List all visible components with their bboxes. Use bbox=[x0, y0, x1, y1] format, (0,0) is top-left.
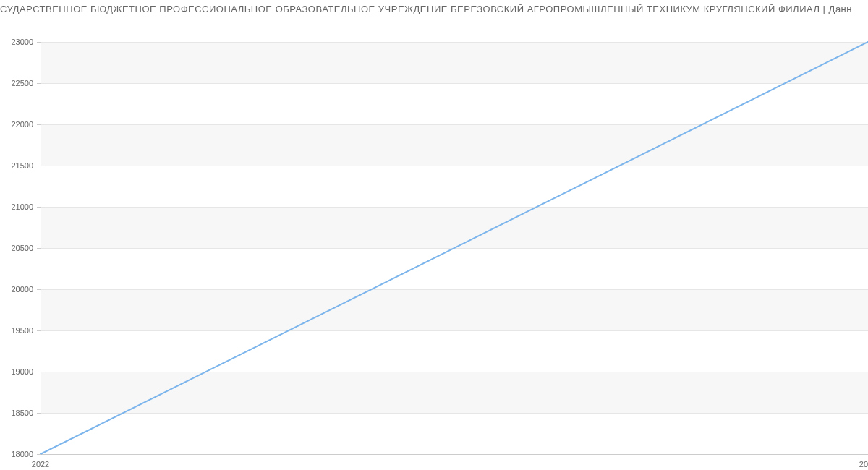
y-tick-label: 18000 bbox=[0, 450, 33, 458]
series-line bbox=[41, 42, 868, 454]
x-tick-label: 2023 bbox=[859, 460, 868, 469]
y-tick bbox=[37, 83, 41, 84]
y-tick bbox=[37, 166, 41, 166]
y-tick bbox=[37, 207, 41, 208]
y-tick bbox=[37, 454, 41, 455]
y-tick-label: 23000 bbox=[0, 38, 33, 46]
y-tick-label: 19500 bbox=[0, 326, 33, 335]
x-axis bbox=[41, 454, 868, 455]
y-tick bbox=[37, 413, 41, 414]
y-tick bbox=[37, 330, 41, 331]
chart-title: СУДАРСТВЕННОЕ БЮДЖЕТНОЕ ПРОФЕССИОНАЛЬНОЕ… bbox=[0, 0, 868, 22]
y-tick-label: 22000 bbox=[0, 120, 33, 129]
y-tick bbox=[37, 124, 41, 125]
y-tick-label: 19000 bbox=[0, 367, 33, 376]
y-tick bbox=[37, 372, 41, 372]
y-tick-label: 22500 bbox=[0, 79, 33, 87]
chart-container: 1800018500190001950020000205002100021500… bbox=[0, 22, 868, 470]
y-tick-label: 18500 bbox=[0, 409, 33, 417]
x-tick-label: 2022 bbox=[32, 460, 49, 469]
y-tick bbox=[37, 289, 41, 290]
y-tick bbox=[37, 42, 41, 43]
y-tick-label: 20500 bbox=[0, 244, 33, 252]
y-tick-label: 20000 bbox=[0, 285, 33, 294]
y-tick bbox=[37, 248, 41, 249]
y-tick-label: 21000 bbox=[0, 202, 33, 211]
y-tick-label: 21500 bbox=[0, 161, 33, 170]
line-series-svg bbox=[41, 42, 868, 454]
